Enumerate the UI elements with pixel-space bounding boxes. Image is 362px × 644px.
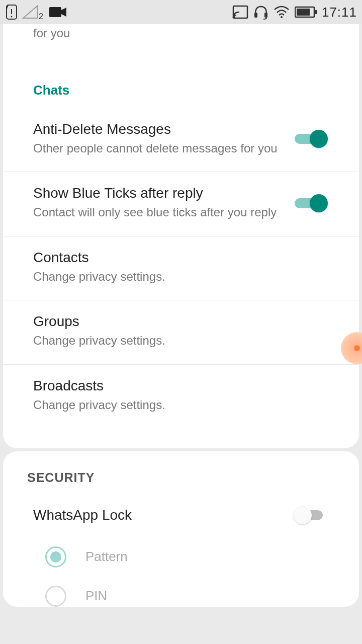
cast-icon bbox=[232, 5, 248, 19]
groups-row[interactable]: Groups Change privacy settings. bbox=[3, 300, 359, 364]
blue-ticks-title: Show Blue Ticks after reply bbox=[33, 185, 286, 201]
anti-delete-row[interactable]: Anti-Delete Messages Other people cannot… bbox=[3, 108, 359, 172]
headset-icon bbox=[253, 5, 268, 20]
signal-empty-icon: 2 bbox=[22, 5, 38, 19]
broadcasts-title: Broadcasts bbox=[33, 378, 321, 394]
groups-subtitle: Change privacy settings. bbox=[33, 333, 321, 349]
status-bar: 2 17:11 bbox=[0, 0, 362, 24]
security-section-header: SECURITY bbox=[3, 451, 359, 493]
sim-alert-icon bbox=[5, 4, 18, 20]
sim-slot-badge: 2 bbox=[39, 12, 43, 21]
broadcasts-row[interactable]: Broadcasts Change privacy settings. bbox=[3, 365, 359, 428]
contacts-subtitle: Change privacy settings. bbox=[33, 269, 321, 285]
svg-rect-6 bbox=[254, 13, 257, 18]
pin-radio[interactable] bbox=[45, 586, 66, 607]
battery-icon bbox=[295, 6, 317, 18]
contacts-title: Contacts bbox=[33, 250, 321, 266]
status-time: 17:11 bbox=[322, 5, 357, 20]
pin-radio-row[interactable]: PIN bbox=[3, 577, 359, 607]
pattern-radio[interactable] bbox=[45, 546, 66, 568]
wifi-icon bbox=[274, 6, 290, 19]
whatsapp-lock-toggle[interactable] bbox=[294, 505, 329, 525]
pattern-radio-row[interactable]: Pattern bbox=[3, 537, 359, 577]
pattern-label: Pattern bbox=[85, 549, 128, 565]
anti-delete-toggle[interactable] bbox=[294, 129, 329, 149]
svg-rect-3 bbox=[49, 7, 61, 17]
contacts-row[interactable]: Contacts Change privacy settings. bbox=[3, 236, 359, 300]
svg-rect-7 bbox=[264, 13, 267, 18]
cutoff-previous-subtitle: for you bbox=[3, 24, 359, 46]
svg-rect-4 bbox=[233, 6, 247, 18]
svg-point-2 bbox=[11, 16, 13, 18]
svg-point-8 bbox=[281, 16, 283, 18]
video-camera-icon bbox=[49, 6, 67, 18]
svg-rect-10 bbox=[297, 9, 310, 16]
whatsapp-lock-title: WhatsApp Lock bbox=[33, 507, 294, 523]
anti-delete-title: Anti-Delete Messages bbox=[33, 121, 286, 137]
blue-ticks-subtitle: Contact will only see blue ticks after y… bbox=[33, 204, 286, 220]
whatsapp-lock-row[interactable]: WhatsApp Lock bbox=[3, 493, 359, 537]
svg-point-5 bbox=[233, 16, 235, 18]
svg-rect-11 bbox=[315, 10, 317, 14]
broadcasts-subtitle: Change privacy settings. bbox=[33, 397, 321, 413]
chats-section-header: Chats bbox=[3, 46, 359, 108]
pin-label: PIN bbox=[85, 588, 107, 604]
chats-card: for you Chats Anti-Delete Messages Other… bbox=[3, 24, 359, 448]
security-card: SECURITY WhatsApp Lock Pattern PIN bbox=[3, 451, 359, 607]
anti-delete-subtitle: Other people cannot delete messages for … bbox=[33, 140, 286, 156]
blue-ticks-row[interactable]: Show Blue Ticks after reply Contact will… bbox=[3, 172, 359, 236]
groups-title: Groups bbox=[33, 313, 321, 330]
blue-ticks-toggle[interactable] bbox=[294, 193, 329, 213]
